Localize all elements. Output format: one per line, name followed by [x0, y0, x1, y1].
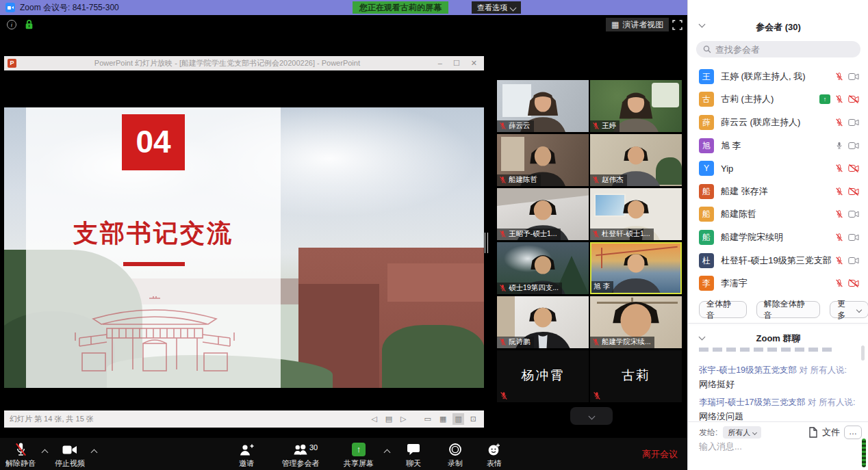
camera-on-icon [848, 210, 859, 218]
search-input[interactable] [715, 44, 845, 55]
chat-bubble-icon [407, 443, 420, 456]
participant-row[interactable]: 王 王婷 (联席主持人, 我) [688, 65, 868, 88]
camera-on-icon [848, 142, 859, 150]
muted-mic-icon [835, 187, 843, 196]
window-close-button[interactable]: ✕ [471, 59, 477, 68]
screen-sharing-badge: ↑ [819, 94, 830, 104]
muted-mic-icon [835, 118, 843, 127]
avatar: 薛 [699, 115, 714, 130]
muted-mic-icon [835, 72, 843, 81]
muted-mic-icon [592, 338, 600, 346]
muted-mic-icon [593, 391, 601, 400]
participant-name: 旭 李 [721, 140, 835, 152]
gallery-grid-icon: ▦ [611, 20, 619, 29]
participant-row[interactable]: 船 船建学院宋续明 [688, 226, 868, 249]
avatar: 古 [699, 92, 714, 107]
muted-mic-icon [835, 256, 843, 265]
meeting-toolbar: 解除静音 停止视频 邀请 30 管理参会者 ↑ 共享屏幕 聊天 录制 表情 离开… [0, 438, 687, 470]
unmute-button[interactable]: 解除静音 [1, 442, 40, 469]
share-options-chevron[interactable] [384, 449, 391, 456]
participant-row[interactable]: 古 古莉 (主持人) ↑ [688, 88, 868, 112]
muted-mic-icon [592, 176, 600, 184]
invite-button[interactable]: 邀请 [230, 442, 263, 469]
normal-view-icon[interactable]: ▭ [422, 413, 433, 425]
video-tile[interactable]: 王昭予-硕士1... [497, 188, 589, 240]
slideshow-view-icon[interactable]: ⊡ [468, 413, 478, 425]
participant-name: 薛云云 (联席主持人) [721, 116, 835, 129]
notes-icon[interactable]: ▤ [383, 413, 394, 425]
next-slide-icon[interactable]: ▷ [398, 413, 408, 425]
video-tile-active-speaker[interactable]: 旭 李 [590, 242, 682, 294]
previous-slide-icon[interactable]: ◁ [369, 413, 379, 425]
video-tile[interactable]: 王婷 [590, 80, 682, 132]
chat-more-button[interactable]: … [844, 426, 862, 439]
speaker-view-button[interactable]: ▦ 演讲者视图 [606, 18, 669, 31]
reactions-button[interactable]: 表情 [479, 442, 509, 469]
video-tile[interactable]: 薛云云 [497, 80, 589, 132]
stage-divider-handle[interactable] [485, 233, 488, 253]
file-icon[interactable] [808, 427, 818, 438]
muted-mic-icon [835, 94, 843, 104]
participant-row[interactable]: 李 李濡宇 [688, 272, 868, 295]
chat-scrollbar-thumb[interactable] [861, 345, 865, 361]
participant-row[interactable]: 船 船建 张存洋 [688, 180, 868, 203]
reading-view-icon[interactable]: ▥ [452, 413, 463, 425]
muted-mic-icon [835, 233, 843, 242]
mic-on-icon [835, 141, 843, 151]
video-options-chevron[interactable] [91, 449, 98, 456]
participant-name: 李濡宇 [721, 277, 835, 289]
fullscreen-icon[interactable] [672, 20, 682, 30]
video-tile[interactable]: 船建陈哲 [497, 134, 589, 186]
slide-counter: 幻灯片 第 14 张, 共 15 张 [10, 414, 369, 424]
share-screen-icon: ↑ [352, 443, 366, 456]
send-to-dropdown[interactable]: 所有人 [723, 426, 761, 439]
shared-screen-stage: i ▦ 演讲者视图 P PowerPoint 幻灯片放映 - [船建学院学生党支… [0, 15, 687, 438]
ppt-title-bar[interactable]: P PowerPoint 幻灯片放映 - [船建学院学生党支部书记例会20200… [4, 56, 484, 70]
participant-row[interactable]: Y Yip [688, 157, 868, 180]
slide-sorter-view-icon[interactable]: ▦ [437, 413, 448, 425]
video-tile[interactable]: 船建学院宋续... [590, 296, 682, 348]
participant-name: 王婷 (联席主持人, 我) [721, 70, 835, 83]
video-tile[interactable]: 硕士19第四支... [497, 242, 589, 294]
leave-meeting-button[interactable]: 离开会议 [642, 438, 678, 470]
more-button[interactable]: 更多 [830, 301, 868, 318]
video-tile[interactable]: 阮诗鹏 [497, 296, 589, 348]
manage-participants-button[interactable]: 30 管理参会者 [277, 442, 324, 469]
participant-name: 古莉 (主持人) [721, 93, 819, 105]
chat-button[interactable]: 聊天 [398, 442, 429, 469]
video-tile-camera-off[interactable]: 古莉 [590, 350, 682, 402]
participant-row[interactable]: 船 船建陈哲 [688, 203, 868, 226]
avatar: Y [699, 161, 714, 176]
slide-title: 支部书记交流 [26, 217, 281, 250]
participant-row[interactable]: 杜 杜登轩-硕士19级第三党支部 [688, 249, 868, 272]
meeting-id-label: Zoom 会议号: 841-755-300 [20, 2, 119, 14]
camera-off-icon [848, 279, 859, 287]
unmute-all-button[interactable]: 解除全体静音 [756, 301, 821, 318]
clipped-chat-message [699, 348, 836, 352]
window-minimize-button[interactable]: – [438, 59, 442, 68]
view-options-button[interactable]: 查看选项 [472, 1, 521, 14]
collapse-thumbnails-button[interactable] [570, 407, 613, 425]
video-tile[interactable]: 赵伟杰 [590, 134, 682, 186]
file-button-label[interactable]: 文件 [822, 426, 840, 439]
participant-row[interactable]: 旭 旭 李 [688, 134, 868, 157]
participant-row[interactable]: 薛 薛云云 (联席主持人) [688, 111, 868, 134]
participant-name: 船建陈哲 [721, 208, 835, 220]
muted-mic-icon [592, 230, 600, 238]
muted-mic-icon [499, 338, 507, 346]
chat-input[interactable] [699, 441, 850, 452]
video-tile-camera-off[interactable]: 杨冲霄 [497, 350, 589, 402]
powerpoint-window: P PowerPoint 幻灯片放映 - [船建学院学生党支部书记例会20200… [4, 56, 484, 428]
stop-video-button[interactable]: 停止视频 [52, 442, 88, 469]
mute-all-button[interactable]: 全体静音 [699, 301, 747, 318]
video-tile[interactable]: 杜登轩-硕士1... [590, 188, 682, 240]
audio-options-chevron[interactable] [42, 449, 49, 456]
chat-scrollbar-indicator[interactable] [862, 439, 866, 467]
record-button[interactable]: 录制 [439, 442, 471, 469]
share-screen-button[interactable]: ↑ 共享屏幕 [340, 442, 378, 469]
avatar: 李 [699, 276, 714, 291]
meeting-info-icon[interactable]: i [7, 20, 16, 29]
participant-search-box[interactable] [696, 41, 860, 57]
window-maximize-button[interactable]: ☐ [453, 59, 460, 68]
camera-off-icon [848, 187, 859, 196]
